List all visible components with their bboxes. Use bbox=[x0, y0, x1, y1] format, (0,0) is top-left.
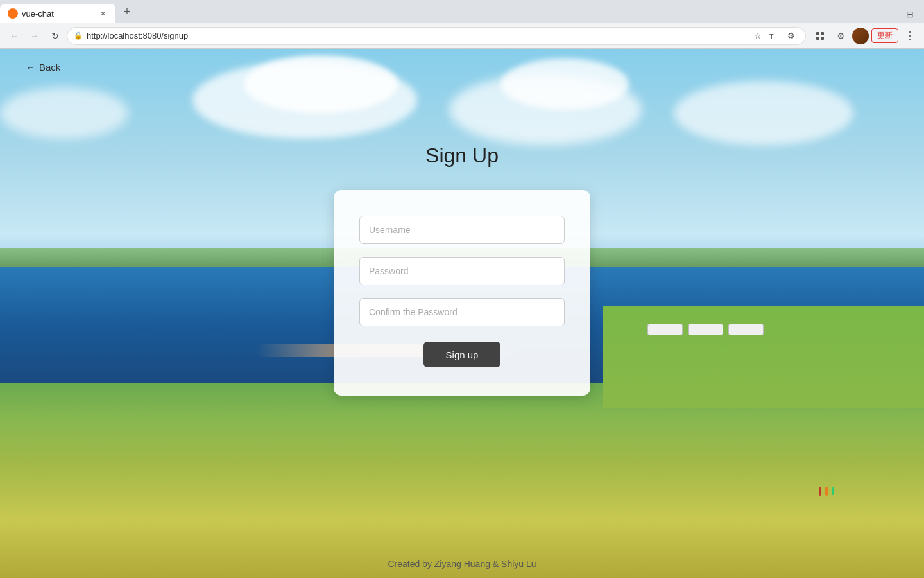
cloud-2 bbox=[244, 55, 398, 113]
tab-bar: vue-chat ✕ + ⊟ bbox=[0, 0, 924, 23]
bus-3 bbox=[728, 324, 764, 335]
profile-avatar[interactable] bbox=[852, 28, 869, 44]
tab-close-button[interactable]: ✕ bbox=[98, 8, 108, 19]
update-button[interactable]: 更新 bbox=[871, 28, 898, 43]
extensions-button[interactable] bbox=[811, 27, 829, 45]
back-divider bbox=[103, 59, 103, 77]
extensions-icon[interactable]: ⚙ bbox=[783, 28, 799, 44]
bus-1 bbox=[647, 324, 683, 335]
toolbar-right: ⚙ 更新 ⋮ bbox=[811, 27, 919, 45]
translate-icon[interactable]: T bbox=[767, 28, 782, 44]
people-area bbox=[819, 487, 834, 496]
confirm-password-input[interactable] bbox=[359, 298, 565, 326]
person-3 bbox=[832, 487, 834, 495]
bookmark-icon[interactable]: ☆ bbox=[750, 28, 766, 44]
svg-rect-4 bbox=[816, 37, 819, 40]
cloud-6 bbox=[0, 87, 128, 139]
right-land bbox=[603, 306, 924, 408]
svg-text:T: T bbox=[769, 33, 774, 40]
new-tab-button[interactable]: + bbox=[118, 3, 136, 21]
buses-area bbox=[647, 324, 764, 335]
page-content: ← Back Sign Up Sign up Created by Ziyang… bbox=[0, 49, 924, 578]
profile-settings-icon[interactable]: ⚙ bbox=[832, 27, 850, 45]
username-input[interactable] bbox=[359, 216, 565, 244]
address-box[interactable]: 🔒 http://localhost:8080/signup ☆ T ⚙ bbox=[67, 27, 806, 45]
reload-button[interactable]: ↻ bbox=[46, 27, 64, 45]
back-label: Back bbox=[39, 62, 60, 73]
password-input[interactable] bbox=[359, 257, 565, 285]
back-nav-button[interactable]: ← bbox=[5, 27, 23, 45]
back-arrow-icon: ← bbox=[26, 62, 35, 73]
url-text: http://localhost:8080/signup bbox=[87, 31, 746, 40]
footer-text: Created by Ziyang Huang & Shiyu Lu bbox=[0, 559, 924, 569]
forward-nav-button[interactable]: → bbox=[26, 27, 44, 45]
person-2 bbox=[825, 487, 828, 496]
back-button[interactable]: ← Back bbox=[26, 62, 60, 73]
svg-rect-2 bbox=[816, 32, 819, 35]
svg-rect-3 bbox=[821, 32, 824, 35]
cloud-4 bbox=[501, 58, 629, 110]
lock-icon: 🔒 bbox=[74, 31, 83, 40]
browser-menu-button[interactable]: ⋮ bbox=[901, 27, 919, 45]
svg-rect-5 bbox=[821, 37, 824, 40]
signup-button[interactable]: Sign up bbox=[424, 342, 501, 367]
address-icons: ☆ T ⚙ bbox=[750, 28, 799, 44]
browser-chrome: vue-chat ✕ + ⊟ ← → ↻ 🔒 http://localhost:… bbox=[0, 0, 924, 49]
tab-title: vue-chat bbox=[22, 9, 94, 19]
signup-form-card: Sign up bbox=[334, 190, 590, 396]
svg-point-0 bbox=[10, 10, 16, 17]
page-title: Sign Up bbox=[0, 144, 924, 168]
active-tab[interactable]: vue-chat ✕ bbox=[0, 4, 116, 23]
cloud-5 bbox=[674, 81, 853, 145]
person-1 bbox=[819, 487, 821, 496]
minimize-icon: ⊟ bbox=[901, 5, 919, 23]
bus-2 bbox=[688, 324, 723, 335]
address-bar-row: ← → ↻ 🔒 http://localhost:8080/signup ☆ T… bbox=[0, 23, 924, 49]
foreground-grass bbox=[0, 383, 924, 578]
tab-favicon bbox=[8, 8, 18, 19]
